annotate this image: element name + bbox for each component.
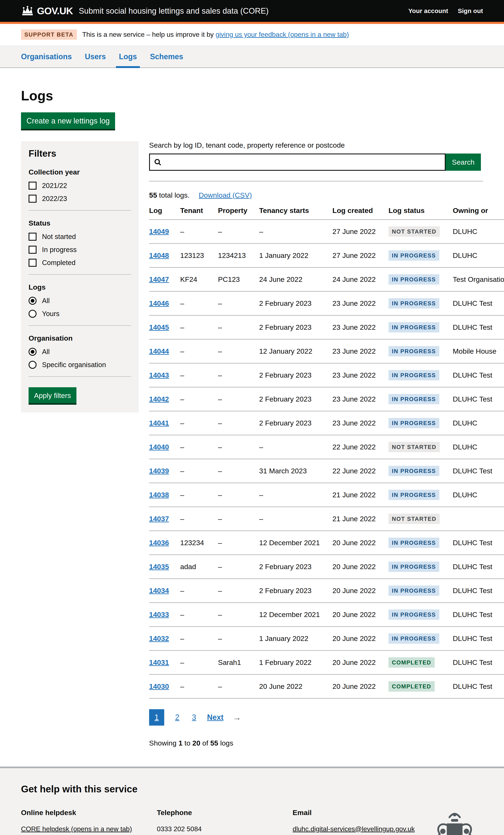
feedback-link[interactable]: giving us your feedback (opens in a new … [216,30,349,38]
pagination-page-2[interactable]: 2 [174,709,181,726]
log-id-link[interactable]: 14038 [149,491,169,499]
table-row: 14047 KF24 PC123 24 June 2022 24 June 20… [149,268,504,291]
log-id-link[interactable]: 14037 [149,515,169,523]
radio-logs-yours-label: Yours [42,310,59,318]
table-row: 14040 – – – 22 June 2022 NOT STARTED DLU… [149,435,504,459]
radio-logs-yours-circle[interactable] [28,310,37,318]
email-title: Email [293,809,428,817]
log-id-link[interactable]: 14039 [149,467,169,475]
checkbox-2021-22-box[interactable] [28,182,37,190]
checkbox-in-progress-box[interactable] [28,246,37,254]
radio-logs-yours[interactable]: Yours [28,310,131,318]
log-created-cell: 23 June 2022 [332,411,388,435]
owning-organisation-cell: DLUHC Test [453,555,504,579]
results-count: 55 [149,191,157,199]
status-badge: IN PROGRESS [388,394,439,404]
tenancy-starts-cell: 2 February 2023 [259,387,332,411]
owning-organisation-cell: DLUHC Test [453,291,504,315]
showing-total: 55 [210,739,218,747]
radio-organisation-all[interactable]: All [28,348,131,356]
page-title: Logs [21,88,483,104]
owning-organisation-cell: Test Organisation [453,268,504,291]
checkbox-not-started[interactable]: Not started [28,233,131,241]
log-id-link[interactable]: 14032 [149,634,169,643]
footer-email-column: Email dluhc.digital-services@levellingup… [293,809,428,835]
log-id-link[interactable]: 14049 [149,227,169,236]
showing-from: 1 [179,739,182,747]
log-id-link[interactable]: 14031 [149,658,169,666]
checkbox-2022-23-label: 2022/23 [42,195,67,203]
email-link[interactable]: dluhc.digital-services@levellingup.gov.u… [293,825,415,833]
checkbox-not-started-box[interactable] [28,233,37,241]
checkbox-in-progress[interactable]: In progress [28,246,131,254]
tenancy-starts-cell: 1 January 2022 [259,244,332,268]
property-cell: – [218,675,259,698]
log-id-link[interactable]: 14043 [149,371,169,379]
log-id-link[interactable]: 14030 [149,682,169,690]
log-id-link[interactable]: 14033 [149,611,169,618]
log-id-link[interactable]: 14036 [149,539,169,547]
log-created-cell: 20 June 2022 [332,579,388,603]
tab-schemes[interactable]: Schemes [150,52,183,67]
log-id-link[interactable]: 14048 [149,251,169,259]
pagination-page-3[interactable]: 3 [190,709,198,726]
tenancy-starts-cell: 2 February 2023 [259,363,332,387]
log-id-link[interactable]: 14046 [149,299,169,307]
col-header-log-created: Log created [332,201,388,220]
radio-specific-organisation-circle[interactable] [28,361,37,369]
owning-organisation-cell: DLUHC Test [453,459,504,483]
tenancy-starts-cell: 2 February 2023 [259,555,332,579]
core-helpdesk-link[interactable]: CORE helpdesk (opens in a new tab) [21,825,132,833]
pagination-next-link[interactable]: Next [207,713,223,722]
service-name[interactable]: Submit social housing lettings and sales… [79,6,268,16]
radio-logs-all-circle[interactable] [28,297,37,305]
radio-organisation-all-circle[interactable] [28,348,37,356]
sign-out-link[interactable]: Sign out [458,7,483,15]
radio-logs-all-label: All [42,297,50,305]
tenancy-starts-cell: 31 March 2023 [259,459,332,483]
log-created-cell: 20 June 2022 [332,627,388,651]
download-csv-link[interactable]: Download (CSV) [199,191,252,199]
search-input[interactable] [162,154,445,170]
tab-users[interactable]: Users [85,52,106,67]
pagination-page-1[interactable]: 1 [149,709,164,726]
log-id-link[interactable]: 14034 [149,587,169,594]
status-badge: NOT STARTED [388,514,440,524]
checkbox-2022-23[interactable]: 2022/23 [28,195,131,203]
log-created-cell: 22 June 2022 [332,459,388,483]
table-row: 14043 – – 2 February 2023 23 June 2022 I… [149,363,504,387]
log-id-link[interactable]: 14044 [149,347,169,355]
tab-logs[interactable]: Logs [119,52,137,67]
radio-logs-all[interactable]: All [28,297,131,305]
tenancy-starts-cell: 2 February 2023 [259,291,332,315]
checkbox-2021-22-label: 2021/22 [42,182,67,190]
your-account-link[interactable]: Your account [408,7,448,15]
apply-filters-button[interactable]: Apply filters [28,387,77,403]
log-id-link[interactable]: 14041 [149,419,169,427]
create-lettings-log-button[interactable]: Create a new lettings log [21,113,115,129]
col-header-log: Log [149,201,180,220]
results-divider [149,181,483,181]
owning-organisation-cell: DLUHC Test [453,387,504,411]
log-id-link[interactable]: 14047 [149,275,169,283]
footer-heading: Get help with this service [21,783,483,795]
log-id-link[interactable]: 14045 [149,323,169,331]
checkbox-completed-box[interactable] [28,259,37,267]
status-badge: IN PROGRESS [388,562,439,572]
showing-prefix: Showing [149,739,179,747]
log-id-link[interactable]: 14040 [149,443,169,451]
radio-specific-organisation[interactable]: Specific organisation [28,361,131,369]
checkbox-completed[interactable]: Completed [28,259,131,267]
log-id-link[interactable]: 14042 [149,395,169,403]
property-cell: – [218,459,259,483]
log-created-cell: 23 June 2022 [332,315,388,339]
checkbox-2022-23-box[interactable] [28,195,37,203]
log-id-link[interactable]: 14035 [149,563,169,571]
checkbox-2021-22[interactable]: 2021/22 [28,182,131,190]
search-button[interactable]: Search [446,154,481,171]
tab-organisations[interactable]: Organisations [21,52,72,67]
filter-divider [28,210,131,211]
filter-divider [28,376,131,377]
govuk-logo[interactable]: GOV.UK [21,5,73,17]
table-row: 14037 – – – 21 June 2022 NOT STARTED [149,507,504,531]
